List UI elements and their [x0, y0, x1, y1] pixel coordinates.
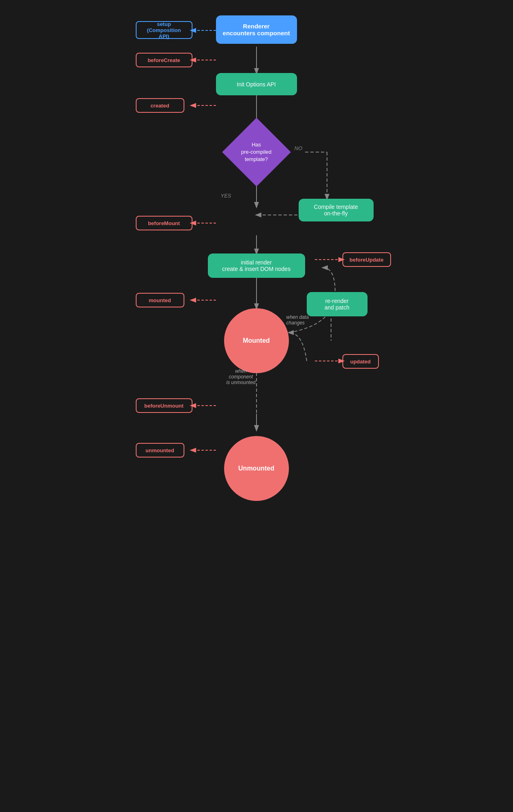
initial-render-node: initial rendercreate & insert DOM nodes — [208, 253, 305, 278]
yes-label: YES — [221, 193, 231, 199]
init-options-node: Init Options API — [216, 73, 297, 95]
no-label: NO — [295, 145, 303, 151]
unmounted-circle: Unmounted — [224, 436, 289, 501]
created-hook: created — [136, 98, 184, 113]
when-data-changes-label: when datachanges — [286, 314, 309, 326]
re-render-node: re-renderand patch — [307, 292, 368, 316]
mounted-hook: mounted — [136, 293, 184, 307]
before-mount-hook: beforeMount — [136, 216, 192, 230]
before-update-hook: beforeUpdate — [342, 252, 391, 267]
lifecycle-diagram: Rendererencounters component setup(Compo… — [128, 8, 385, 803]
unmounted-hook: unmounted — [136, 443, 184, 458]
renderer-node: Rendererencounters component — [216, 15, 297, 44]
before-unmount-hook: beforeUnmount — [136, 398, 192, 413]
when-unmounted-label: whencomponentis unmounted — [227, 368, 256, 385]
updated-hook: updated — [342, 354, 379, 369]
has-template-diamond: Haspre-compiledtemplate? — [222, 118, 291, 187]
mounted-circle: Mounted — [224, 308, 289, 373]
compile-template-node: Compile templateon-the-fly — [299, 199, 374, 221]
before-create-hook: beforeCreate — [136, 53, 192, 67]
setup-hook: setup(Composition API) — [136, 21, 192, 39]
